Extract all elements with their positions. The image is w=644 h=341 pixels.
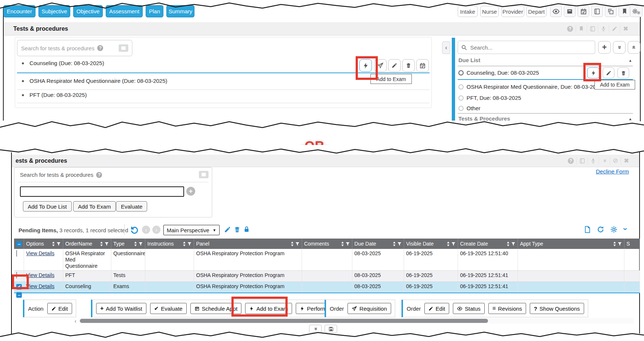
book-icon[interactable] [591,6,603,17]
bookmark-icon[interactable] [618,6,630,17]
filter-funnel-icon[interactable] [451,242,455,246]
book-icon[interactable] [576,157,587,165]
col-create-date[interactable]: Create Date [458,239,518,249]
bookmark-icon[interactable] [576,25,587,33]
col-panel[interactable]: Panel [194,239,302,249]
list-item[interactable]: ●OSHA Respirator Med Questionnaire (Due:… [21,78,167,84]
view-details-link[interactable]: View Details [26,250,55,256]
stage-button-nurse[interactable]: Nurse [480,6,499,17]
row-select-cell[interactable] [14,249,24,271]
undo-icon[interactable] [129,225,138,234]
page-next-icon[interactable]: › [152,226,160,234]
close-icon[interactable]: ✖ [621,157,632,165]
select-all-checkbox[interactable]: – [16,241,22,247]
microphone-icon[interactable] [598,25,609,33]
col-partial[interactable]: S [624,239,640,249]
schedule-calendar-check-button[interactable] [416,59,429,72]
table-row[interactable]: View Details OSHA Respirator Med Questio… [14,249,640,271]
col-ordername[interactable]: OrderName [63,239,111,249]
decline-form-link[interactable]: Decline Form [596,168,629,175]
filter-funnel-icon[interactable] [295,242,299,246]
horizontal-scrollbar-thumb[interactable] [80,319,488,323]
sort-icon[interactable] [183,242,186,246]
col-due-date[interactable]: Due Date [352,239,404,249]
radio-icon[interactable] [458,95,464,101]
filter-funnel-icon[interactable] [397,242,401,246]
tab-assessment[interactable]: Assessment [106,5,143,17]
tests-procedures-section-header[interactable]: Tests & Procedures [458,115,510,122]
col-options[interactable]: Options [24,239,63,249]
edit-pencil-button[interactable] [388,59,401,72]
sort-icon[interactable] [393,242,396,246]
sidebar-collapse-button[interactable]: ‹ [442,41,450,54]
requisition-button[interactable]: Requisition [348,303,391,314]
radio-icon[interactable] [458,70,464,75]
stage-button-intake[interactable]: Intake [458,6,478,17]
filter-funnel-icon[interactable] [346,242,350,246]
microphone-icon[interactable] [587,157,599,165]
show-questions-button[interactable]: ?Show Questions [530,303,584,314]
due-list-item[interactable]: PFT, Due: 08-03-2025 [458,95,521,101]
expand-more-button[interactable]: « [309,325,322,333]
edit-button[interactable]: Edit [47,303,72,314]
tab-subjective[interactable]: Subjective [38,5,70,17]
horizontal-scrollbar-track[interactable] [78,318,634,324]
edit-pencil-icon[interactable] [224,226,231,233]
close-icon[interactable]: ✖ [620,25,631,33]
col-comments[interactable]: Comments [302,239,352,249]
view-details-link[interactable]: View Details [26,283,55,289]
page-previous-icon[interactable]: ‹ [142,226,150,234]
help-icon[interactable]: ? [96,172,102,178]
sort-icon[interactable] [291,242,294,246]
collapse-double-chevron-icon[interactable]: « [599,157,610,165]
select-all-header[interactable]: – [14,239,24,249]
sidebar-search-input[interactable] [470,44,581,51]
list-item[interactable]: ●PFT (Due: 08-03-2025) [21,92,87,98]
add-to-due-list-button[interactable]: Add To Due List [23,201,72,212]
collapse-all-button[interactable]: « [628,41,640,54]
tab-encounter[interactable]: Encounter [3,5,35,17]
sort-icon[interactable] [100,242,103,246]
filter-funnel-icon[interactable] [57,242,61,246]
sort-icon[interactable] [134,242,137,246]
list-item[interactable]: ●Counseling (Due: 08-03-2025) [21,60,104,66]
sort-icon[interactable] [447,242,450,246]
status-button[interactable]: Status [453,303,485,314]
due-list-header[interactable]: Due List [458,57,480,63]
table-row[interactable]: View Details PFT Tests OSHA Respiratory … [14,271,640,282]
add-circle-button[interactable]: + [186,187,195,196]
collapse-triangle-icon[interactable]: ▲ [628,117,632,121]
view-details-link[interactable]: View Details [26,272,55,278]
filter-funnel-icon[interactable] [618,242,622,246]
settings-gears-icon[interactable] [630,6,643,17]
scroll-left-arrow[interactable]: ‹ [72,318,78,324]
select-all-footer-checkbox[interactable]: – [16,292,22,298]
copy-pages-icon[interactable] [605,6,617,17]
tab-objective[interactable]: Objective [73,5,103,17]
due-list-item[interactable]: Other [458,105,481,111]
add-to-exam-button[interactable]: Add To Exam [73,201,116,212]
due-list-item[interactable]: Counseling, Due: 08-03-2025 [458,70,539,76]
new-document-icon[interactable] [583,226,591,233]
tab-summary[interactable]: Summary [166,5,194,17]
sort-icon[interactable] [341,242,344,246]
radio-icon[interactable] [458,106,464,111]
help-icon[interactable]: ? [565,157,576,165]
evaluate-button[interactable]: ✔Evaluate [150,303,187,314]
col-instructions[interactable]: Instructions [145,239,194,249]
col-type[interactable]: Type [111,239,145,249]
filter-funnel-icon[interactable] [139,242,143,246]
sort-icon[interactable] [52,242,55,246]
delete-trash-button[interactable] [617,67,629,78]
stage-button-provider[interactable]: Provider [501,6,524,17]
eye-icon[interactable] [550,6,562,17]
radio-icon[interactable] [458,84,464,90]
lock-icon[interactable] [243,226,250,233]
sidebar-search[interactable] [458,41,595,54]
tab-plan[interactable]: Plan [146,5,163,17]
stage-button-depart[interactable]: Depart [526,6,546,17]
book-icon[interactable] [587,25,598,33]
col-appt-type[interactable]: Appt Type [518,239,624,249]
add-plus-button[interactable]: + [598,41,611,54]
help-icon[interactable]: ? [97,45,103,51]
